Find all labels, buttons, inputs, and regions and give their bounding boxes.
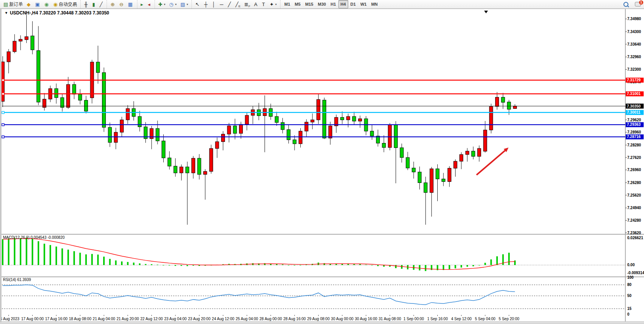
window-left-border [0, 9, 2, 324]
chart-canvas[interactable]: 7.349807.343007.336407.329607.323007.316… [0, 0, 644, 324]
autotrading-button[interactable]: ◉自动交易 [51, 0, 79, 8]
level-handle [2, 124, 4, 126]
dropdown-caret-icon[interactable]: ▾ [175, 3, 177, 6]
toolbar-group: ╫▮╱ [80, 0, 107, 8]
candlestick-button[interactable]: ▮ [91, 0, 98, 8]
svg-text:7.31729: 7.31729 [627, 78, 641, 82]
trendline-icon: ╱ [228, 2, 231, 7]
level-handle [2, 93, 4, 95]
crosshair-icon: ┼ [204, 2, 207, 7]
dropdown-caret-icon[interactable]: ▾ [275, 3, 277, 6]
chart-shift-button[interactable]: ◂ [146, 0, 153, 8]
tf-h1-button[interactable]: H1 [328, 0, 338, 8]
signals-button[interactable]: ◉ [43, 0, 51, 8]
chart-title-dropdown-icon[interactable]: ▼ [5, 11, 8, 15]
svg-text:16 Aug 2023: 16 Aug 2023 [0, 317, 19, 321]
svg-text:7.28960: 7.28960 [627, 130, 641, 134]
periods-button[interactable]: ◷▾ [167, 0, 179, 8]
svg-text:17 Aug 00:00: 17 Aug 00:00 [21, 317, 44, 321]
zoom-out-button[interactable]: ⊖ [117, 0, 126, 8]
search-button[interactable] [622, 0, 630, 8]
svg-text:31 Aug 08:00: 31 Aug 08:00 [379, 317, 401, 321]
svg-text:30 Aug 00:00: 30 Aug 00:00 [331, 317, 354, 321]
metaquotes-button[interactable]: ◆ [25, 0, 33, 8]
svg-text:7.26960: 7.26960 [627, 168, 641, 172]
shapes-button[interactable]: ✦▾ [268, 0, 279, 8]
line-chart-button[interactable]: ╱ [98, 0, 105, 8]
svg-text:7.33640: 7.33640 [627, 42, 641, 46]
metaquotes-icon: ◆ [27, 2, 30, 7]
svg-text:21 Aug 04:00: 21 Aug 04:00 [93, 317, 115, 321]
zoom-in-button[interactable]: ⊕ [108, 0, 117, 8]
chart-title[interactable]: ▼USDCNH-,H4 7.30220 7.30448 7.30203 7.30… [5, 10, 109, 16]
templates-button[interactable]: ▨▾ [179, 0, 190, 8]
market-button[interactable]: ▣ [33, 0, 42, 8]
fibonacci-button[interactable]: ≣F [242, 0, 252, 8]
level-handle [2, 136, 4, 138]
hline-button[interactable]: ─ [218, 0, 226, 8]
svg-text:-0.009314: -0.009314 [627, 271, 644, 275]
svg-text:7.34300: 7.34300 [627, 30, 641, 34]
new-order-button-label: 新订单 [9, 1, 23, 8]
toolbar-group: ▤新订单◆▣◉◉自动交易 [0, 0, 80, 8]
chat-button[interactable]: 1 [635, 2, 641, 6]
new-order-button[interactable]: ▤新订单 [2, 0, 25, 8]
level-handle [2, 79, 4, 81]
svg-text:80: 80 [627, 283, 632, 287]
bar-chart-icon: ╫ [84, 2, 88, 7]
periods-icon: ◷ [169, 2, 174, 7]
svg-text:7.32300: 7.32300 [627, 67, 641, 71]
tf-m5-button[interactable]: M5 [292, 0, 303, 8]
bar-chart-button[interactable]: ╫ [82, 0, 90, 8]
channel-button[interactable]: ╱E [234, 0, 242, 8]
signals-icon: ◉ [45, 2, 49, 7]
text-icon: A [254, 2, 258, 7]
icon-subscript: E [238, 5, 240, 8]
new-order-icon: ▤ [3, 2, 8, 7]
line-chart-icon: ╱ [100, 2, 103, 7]
window-bottom-border [0, 322, 644, 324]
svg-text:28 Aug 16:00: 28 Aug 16:00 [283, 317, 306, 321]
svg-text:7.29363: 7.29363 [627, 122, 641, 127]
toolbar-group: ↖┼│─╱╱E≣FAT✦▾ [191, 0, 280, 8]
dropdown-caret-icon[interactable]: ▾ [187, 3, 188, 6]
hline-icon: ─ [220, 2, 223, 7]
svg-text:7.28716: 7.28716 [627, 135, 641, 139]
svg-text:7.28280: 7.28280 [627, 143, 641, 147]
cursor-button[interactable]: ↖ [193, 0, 202, 8]
label-icon: T [262, 2, 265, 7]
auto-scroll-icon: ▸ [141, 2, 143, 7]
tf-m30-button[interactable]: M30 [316, 0, 328, 8]
svg-text:29 Aug 08:00: 29 Aug 08:00 [307, 317, 330, 321]
svg-text:7.24280: 7.24280 [627, 218, 641, 222]
tf-mn-button[interactable]: MN [369, 0, 380, 8]
tf-d1-button[interactable]: D1 [348, 0, 358, 8]
auto-scroll-button[interactable]: ▸ [139, 0, 146, 8]
tf-m1-button[interactable]: M1 [282, 0, 292, 8]
vline-button[interactable]: │ [210, 0, 218, 8]
label-button[interactable]: T [260, 0, 268, 8]
svg-text:5 Sep 04:00: 5 Sep 04:00 [475, 317, 496, 321]
macd-indicator-label: MACD(12,26,9) 0.004543 -0.000820 [3, 235, 65, 240]
crosshair-button[interactable]: ┼ [202, 0, 210, 8]
tf-m15-button[interactable]: M15 [303, 0, 316, 8]
svg-text:25 Aug 04:00: 25 Aug 04:00 [236, 317, 258, 321]
trendline-button[interactable]: ╱ [226, 0, 234, 8]
tf-h4-button[interactable]: H4 [338, 0, 348, 8]
toolbar-right: 1 [622, 0, 644, 8]
svg-text:100: 100 [627, 275, 634, 280]
toolbar-group: ⊕⊖▦ [107, 0, 137, 8]
indicators-icon: ✚ [158, 2, 163, 7]
svg-text:7.30011: 7.30011 [627, 110, 641, 114]
tf-w1-button[interactable]: W1 [358, 0, 369, 8]
svg-text:7.31001: 7.31001 [627, 92, 641, 96]
channel-icon: ╱ [236, 2, 239, 7]
rsi-indicator-label: RSI(14) 61.3939 [3, 278, 31, 282]
vline-icon: │ [212, 2, 215, 7]
tile-windows-button[interactable]: ▦ [126, 0, 135, 8]
level-handle [2, 111, 4, 114]
dropdown-caret-icon[interactable]: ▾ [164, 3, 166, 6]
svg-text:1 Sep 16:00: 1 Sep 16:00 [427, 317, 448, 321]
text-button[interactable]: A [252, 0, 260, 8]
indicators-button[interactable]: ✚▾ [156, 0, 167, 8]
